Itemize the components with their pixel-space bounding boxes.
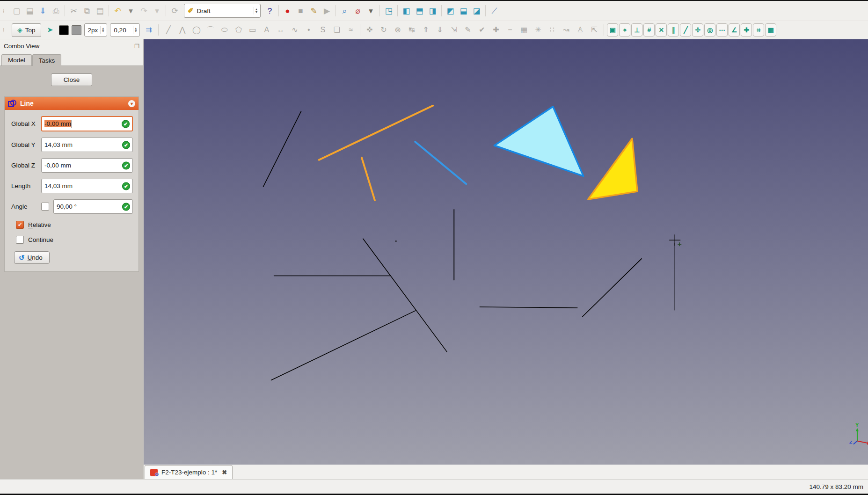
- paste-icon[interactable]: ▤: [94, 5, 106, 17]
- line-width-arrows-icon[interactable]: ▴ ▾: [100, 26, 105, 34]
- draft-add-point-icon[interactable]: ✚: [489, 24, 503, 36]
- snap-parallel-icon[interactable]: ∥: [668, 23, 679, 36]
- draft-heal-icon[interactable]: ✔: [475, 24, 489, 36]
- toolbar-handle[interactable]: ⁞: [3, 7, 7, 15]
- angle-checkbox[interactable]: [41, 203, 49, 211]
- snap-perpendicular-icon[interactable]: ⊥: [631, 23, 642, 36]
- draft-rotate-icon[interactable]: ↻: [377, 24, 390, 36]
- working-plane-button[interactable]: ◈ Top: [12, 23, 41, 37]
- measure-distance-icon[interactable]: ⟋: [488, 5, 501, 17]
- view-front-icon[interactable]: ◧: [400, 5, 413, 17]
- snap-endpoint-icon[interactable]: ⌖: [619, 23, 630, 36]
- draft-line-tool-icon[interactable]: ╱: [161, 24, 175, 36]
- snap-angle-icon[interactable]: ∠: [729, 23, 740, 36]
- draft-downgrade-icon[interactable]: ⇓: [433, 24, 446, 36]
- draft-rectangle-tool-icon[interactable]: ▭: [246, 24, 259, 36]
- draft-point-tool-icon[interactable]: •: [302, 24, 315, 36]
- view-bottom-icon[interactable]: ⬓: [457, 5, 470, 17]
- draft-edit-icon[interactable]: ✎: [461, 24, 474, 36]
- snap-grid-icon[interactable]: #: [643, 23, 655, 36]
- draft-ellipse-tool-icon[interactable]: ⬭: [218, 24, 231, 36]
- draw-style-icon[interactable]: ⌀: [351, 5, 364, 17]
- draft-bspline-tool-icon[interactable]: ∿: [288, 24, 301, 36]
- zoom-fit-icon[interactable]: ⌕: [338, 5, 351, 17]
- undo-dropdown-icon[interactable]: ▾: [124, 5, 137, 17]
- draft-move-icon[interactable]: ✜: [363, 24, 376, 36]
- snap-lock-icon[interactable]: ▣: [607, 23, 618, 36]
- draft-polygon-tool-icon[interactable]: ⬠: [232, 24, 245, 36]
- macro-record-icon[interactable]: ●: [281, 5, 294, 17]
- snap-near-icon[interactable]: ⋯: [716, 23, 728, 36]
- relative-checkbox[interactable]: ✔: [16, 221, 24, 229]
- draft-circle-tool-icon[interactable]: ◯: [190, 24, 203, 36]
- spin-down-icon[interactable]: ▾: [102, 30, 104, 33]
- draft-trimex-icon[interactable]: ↹: [405, 24, 418, 36]
- field-input[interactable]: -0,00 mm✔: [41, 158, 133, 173]
- snap-working-plane-icon[interactable]: ▦: [765, 23, 776, 36]
- draft-bezier-tool-icon[interactable]: ≈: [344, 24, 357, 36]
- draft-text-tool-icon[interactable]: A: [260, 24, 273, 36]
- draft-wire-tool-icon[interactable]: ⋀: [175, 24, 189, 36]
- tab-model[interactable]: Model: [1, 54, 32, 66]
- print-icon[interactable]: ⎙: [50, 5, 62, 17]
- macro-stop-icon[interactable]: ■: [294, 5, 307, 17]
- snap-center-icon[interactable]: ◎: [704, 23, 715, 36]
- view-right-icon[interactable]: ◨: [426, 5, 439, 17]
- continue-checkbox[interactable]: [16, 236, 24, 244]
- view-left-icon[interactable]: ◪: [470, 5, 483, 17]
- draft-dimension-tool-icon[interactable]: ↔: [274, 24, 287, 36]
- whats-this-icon[interactable]: ?: [263, 5, 276, 17]
- cut-icon[interactable]: ✂: [67, 5, 80, 17]
- tab-tasks[interactable]: Tasks: [32, 54, 62, 66]
- field-input[interactable]: 90,00 °✔: [53, 199, 133, 214]
- macro-edit-icon[interactable]: ✎: [307, 5, 320, 17]
- float-panel-icon[interactable]: ❐: [134, 43, 139, 50]
- close-button[interactable]: Close: [51, 73, 92, 86]
- draft-scale-icon[interactable]: ⇲: [447, 24, 460, 36]
- snap-midpoint-icon[interactable]: ╱: [680, 23, 691, 36]
- autogroup-icon[interactable]: ➤: [44, 24, 57, 36]
- open-document-icon[interactable]: ⬓: [23, 5, 36, 17]
- draft-shapestring-tool-icon[interactable]: S: [316, 24, 329, 36]
- snap-intersection-icon[interactable]: ✕: [656, 23, 667, 36]
- refresh-icon[interactable]: ⟳: [168, 5, 181, 17]
- text-scale-spinbox[interactable]: 0,20 ▴ ▾: [110, 23, 140, 36]
- workbench-selector[interactable]: ✐ Draft ▴ ▾: [184, 4, 261, 18]
- 3d-viewport[interactable]: YXZ: [144, 39, 868, 465]
- view-top-icon[interactable]: ⬒: [413, 5, 426, 17]
- view-axonometric-icon[interactable]: ◳: [382, 5, 395, 17]
- save-document-icon[interactable]: ⇓: [36, 5, 49, 17]
- apply-style-icon[interactable]: ⇉: [142, 24, 155, 36]
- draft-offset-icon[interactable]: ⊚: [391, 24, 404, 36]
- draft-shape2dview-icon[interactable]: ⇱: [587, 24, 601, 36]
- line-width-spinbox[interactable]: 2px ▴ ▾: [84, 23, 108, 36]
- draft-arc-tool-icon[interactable]: ⌒: [204, 24, 217, 36]
- undo-icon[interactable]: ↶: [111, 5, 124, 17]
- field-input[interactable]: 14,03 mm✔: [41, 179, 133, 193]
- undo-button[interactable]: ↺ Undo: [14, 251, 50, 264]
- macro-play-icon[interactable]: ▶: [321, 5, 333, 17]
- text-scale-arrows-icon[interactable]: ▴ ▾: [133, 26, 138, 34]
- document-tab[interactable]: ⚙ F2-T23-ejemplo : 1* ✖: [145, 465, 233, 479]
- spin-down-icon[interactable]: ▾: [255, 11, 257, 14]
- draft-downgrade-solid-icon[interactable]: ▦: [517, 24, 531, 36]
- spinner-arrows-icon[interactable]: ▴ ▾: [254, 7, 259, 15]
- field-input[interactable]: 14,03 mm✔: [41, 138, 133, 152]
- spin-down-icon[interactable]: ▾: [135, 30, 137, 33]
- field-input[interactable]: -0,00 mm✔: [41, 116, 133, 131]
- draft-clone-icon[interactable]: ♙: [573, 24, 587, 36]
- redo-dropdown-icon[interactable]: ▾: [151, 5, 163, 17]
- draft-facebinder-tool-icon[interactable]: ❏: [330, 24, 343, 36]
- toolbar-handle-2[interactable]: ⁞: [3, 27, 7, 34]
- snap-extension-icon[interactable]: ✢: [692, 23, 703, 36]
- copy-icon[interactable]: ⧉: [80, 5, 93, 17]
- draw-style-dropdown-icon[interactable]: ▾: [365, 5, 377, 17]
- draft-array-icon[interactable]: ∷: [545, 24, 559, 36]
- new-document-icon[interactable]: ▢: [10, 5, 23, 17]
- close-document-icon[interactable]: ✖: [222, 469, 227, 476]
- redo-icon[interactable]: ↷: [138, 5, 150, 17]
- view-rear-icon[interactable]: ◩: [444, 5, 457, 17]
- snap-special-icon[interactable]: ⌗: [753, 23, 764, 36]
- draft-delete-point-icon[interactable]: −: [503, 24, 517, 36]
- draft-explode-icon[interactable]: ✳: [531, 24, 545, 36]
